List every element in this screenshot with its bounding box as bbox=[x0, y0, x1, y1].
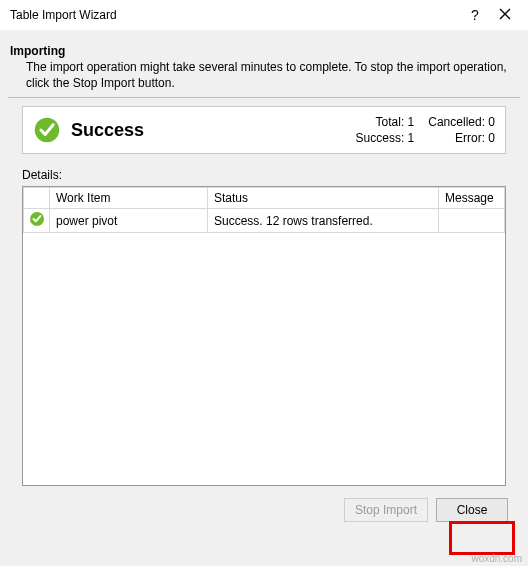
window-title: Table Import Wizard bbox=[10, 8, 460, 22]
stop-import-button: Stop Import bbox=[344, 498, 428, 522]
success-stats: Total: 1 Cancelled: 0 Success: 1 Error: … bbox=[356, 115, 495, 145]
stat-cancelled: Cancelled: 0 bbox=[428, 115, 495, 129]
footer: Stop Import Close bbox=[8, 486, 520, 522]
watermark: woxdn.com bbox=[471, 553, 522, 564]
success-check-icon bbox=[33, 116, 61, 144]
table-header-row: Work Item Status Message bbox=[24, 188, 505, 209]
row-work-item: power pivot bbox=[50, 209, 208, 233]
section-heading: Importing bbox=[10, 44, 518, 58]
col-icon bbox=[24, 188, 50, 209]
divider bbox=[8, 97, 520, 98]
titlebar: Table Import Wizard ? bbox=[0, 0, 528, 30]
help-button[interactable]: ? bbox=[460, 1, 490, 29]
col-status: Status bbox=[208, 188, 439, 209]
help-icon: ? bbox=[471, 7, 479, 23]
success-label: Success bbox=[71, 120, 356, 141]
col-message: Message bbox=[439, 188, 505, 209]
success-panel: Success Total: 1 Cancelled: 0 Success: 1… bbox=[22, 106, 506, 154]
close-window-button[interactable] bbox=[490, 1, 520, 29]
details-label: Details: bbox=[22, 168, 506, 182]
row-message bbox=[439, 209, 505, 233]
content-area: Importing The import operation might tak… bbox=[0, 30, 528, 522]
stat-total: Total: 1 bbox=[356, 115, 415, 129]
row-status-icon-cell bbox=[24, 209, 50, 233]
stat-error: Error: 0 bbox=[428, 131, 495, 145]
section-description: The import operation might take several … bbox=[26, 60, 520, 91]
stat-success: Success: 1 bbox=[356, 131, 415, 145]
details-grid: Work Item Status Message bbox=[22, 186, 506, 486]
close-button-highlight bbox=[449, 521, 515, 555]
table-row: power pivot Success. 12 rows transferred… bbox=[24, 209, 505, 233]
col-work-item: Work Item bbox=[50, 188, 208, 209]
row-status: Success. 12 rows transferred. bbox=[208, 209, 439, 233]
close-icon bbox=[499, 7, 511, 23]
success-check-icon bbox=[29, 211, 45, 227]
close-button[interactable]: Close bbox=[436, 498, 508, 522]
